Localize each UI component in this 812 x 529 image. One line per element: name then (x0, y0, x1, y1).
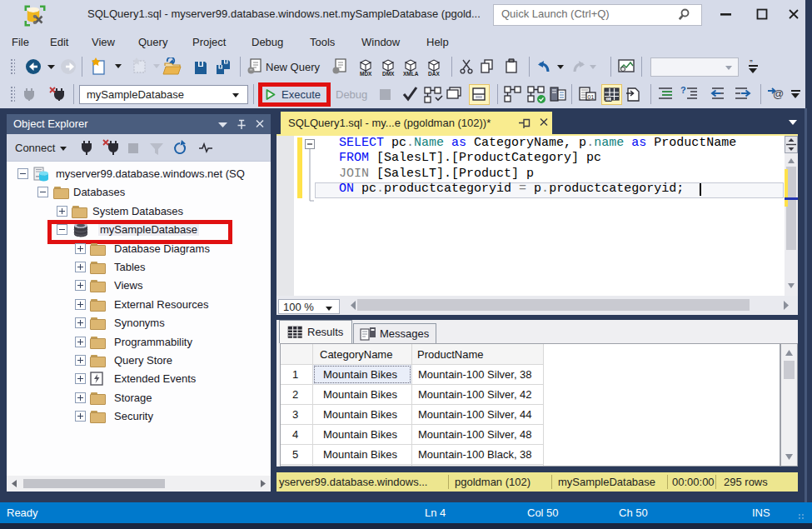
svg-text:?: ? (680, 86, 686, 95)
svg-text:XMLA: XMLA (403, 71, 419, 77)
svg-text:@: @ (773, 87, 784, 100)
svg-text:DAX: DAX (428, 71, 440, 77)
svg-text:DMX: DMX (382, 71, 395, 77)
svg-text:01: 01 (606, 97, 611, 102)
svg-text:01: 01 (588, 94, 595, 100)
svg-text:MDX: MDX (360, 71, 372, 77)
